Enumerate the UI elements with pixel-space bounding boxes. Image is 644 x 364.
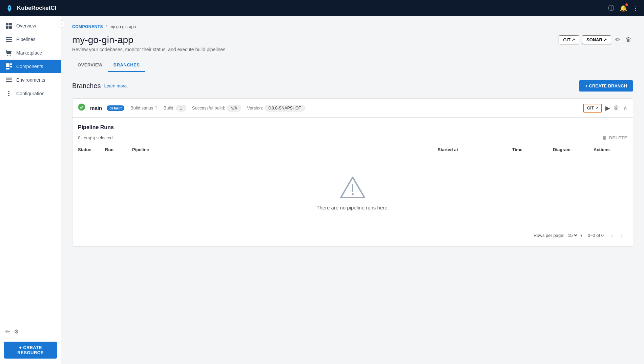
- content-area: COMPONENTS / my-go-gin-app my-go-gin-app…: [61, 16, 644, 364]
- create-branch-button[interactable]: + CREATE BRANCH: [579, 80, 633, 92]
- sidebar-item-pipelines[interactable]: Pipelines: [0, 33, 61, 46]
- col-time: Time: [512, 147, 553, 152]
- svg-rect-3: [6, 26, 8, 29]
- external-link-icon-sonar: ↗: [604, 38, 607, 42]
- git-branch-label: GIT: [587, 106, 594, 110]
- svg-rect-2: [9, 23, 12, 25]
- learn-more-link[interactable]: Learn more.: [104, 83, 128, 88]
- edit-button[interactable]: ✏: [614, 35, 622, 45]
- delete-label: DELETE: [609, 135, 627, 140]
- branch-name: main: [90, 105, 102, 111]
- prev-page-button[interactable]: ‹: [609, 231, 615, 240]
- notification-icon[interactable]: 🔔: [620, 4, 627, 12]
- svg-rect-4: [9, 26, 12, 29]
- top-nav: KubeRocketCI ⓘ 🔔 ⋮: [0, 0, 644, 16]
- col-pipeline: Pipeline: [132, 147, 438, 152]
- pagination-info: 0–0 of 0: [588, 233, 604, 238]
- create-resource-label: + CREATE RESOURCE: [9, 345, 52, 355]
- next-page-button[interactable]: ›: [619, 231, 625, 240]
- git-branch-button[interactable]: GIT ↗: [583, 104, 602, 113]
- sidebar-item-environments[interactable]: Environments: [0, 73, 61, 87]
- sidebar-label-pipelines: Pipelines: [16, 37, 36, 42]
- svg-rect-16: [6, 81, 12, 82]
- notification-dot: [625, 3, 628, 6]
- table-empty-state: There are no pipeline runs here.: [78, 155, 627, 224]
- table-header: Status Run Pipeline Started at Time Diag…: [78, 144, 627, 155]
- create-branch-label: + CREATE BRANCH: [585, 83, 627, 88]
- warning-triangle-icon: [339, 176, 366, 199]
- delete-button[interactable]: 🗑: [624, 35, 633, 45]
- external-link-icon-branch-git: ↗: [595, 106, 598, 110]
- run-pipeline-icon[interactable]: ▶: [605, 104, 610, 112]
- breadcrumb-current: my-go-gin-app: [109, 24, 136, 29]
- content-inner: COMPONENTS / my-go-gin-app my-go-gin-app…: [61, 16, 644, 255]
- edit-bottom-icon[interactable]: ✏: [5, 328, 10, 335]
- sidebar-bottom: ✏ ⚙: [0, 324, 61, 339]
- sonar-label: SONAR: [586, 37, 602, 42]
- branches-title: Branches: [72, 82, 101, 90]
- svg-point-19: [352, 193, 354, 195]
- empty-message: There are no pipeline runs here.: [316, 205, 389, 210]
- svg-rect-1: [6, 23, 8, 25]
- build-item: Build: 1: [164, 105, 186, 112]
- delete-trash-icon: 🗑: [602, 135, 607, 140]
- version-value: 0.0.0-SNAPSHOT: [265, 105, 305, 112]
- items-selected: 0 item(s) selected: [78, 135, 113, 140]
- svg-rect-14: [6, 78, 12, 79]
- tabs: OVERVIEW BRANCHES: [72, 59, 633, 72]
- page-subtitle: Review your codebases, monitor their sta…: [72, 47, 633, 52]
- build-status-help-icon[interactable]: ?: [155, 105, 157, 110]
- sidebar-label-overview: Overview: [16, 23, 36, 28]
- menu-icon[interactable]: ⋮: [632, 4, 639, 12]
- branch-card: main default Build status ? Build: 1: [72, 98, 633, 247]
- branches-section-header: Branches Learn more. + CREATE BRANCH: [72, 80, 633, 92]
- nav-right: ⓘ 🔔 ⋮: [608, 4, 639, 12]
- pagination-controls: ‹ ›: [609, 231, 625, 240]
- sidebar-label-configuration: Configuration: [16, 91, 44, 96]
- svg-point-8: [7, 55, 8, 56]
- rows-per-page-select[interactable]: 15 25 50: [566, 232, 578, 238]
- col-run: Run: [105, 147, 132, 152]
- breadcrumb-link[interactable]: COMPONENTS: [72, 24, 103, 29]
- table-footer: Rows per page: 15 25 50 ▾ 0–0 of 0 ‹ ›: [78, 227, 627, 241]
- svg-point-9: [10, 55, 11, 56]
- delete-branch-icon[interactable]: 🗑: [614, 104, 620, 112]
- svg-rect-11: [10, 63, 12, 65]
- svg-rect-5: [6, 37, 12, 38]
- sidebar-item-overview[interactable]: Overview: [0, 19, 61, 33]
- build-label: Build:: [164, 105, 175, 110]
- git-label: GIT: [563, 37, 570, 42]
- svg-point-17: [78, 104, 85, 110]
- svg-rect-12: [10, 66, 12, 67]
- tab-branches[interactable]: BRANCHES: [108, 59, 145, 72]
- sidebar-label-components: Components: [16, 64, 43, 69]
- section-title-group: Branches Learn more.: [72, 82, 128, 90]
- tab-overview[interactable]: OVERVIEW: [72, 59, 108, 72]
- sidebar-label-environments: Environments: [16, 77, 45, 83]
- expand-branch-icon[interactable]: ∧: [623, 104, 627, 112]
- sidebar-item-marketplace[interactable]: Marketplace: [0, 46, 61, 60]
- pipeline-runs-title: Pipeline Runs: [78, 124, 627, 130]
- external-link-icon-git: ↗: [572, 38, 575, 42]
- pipeline-toolbar: 0 item(s) selected 🗑 DELETE: [78, 135, 627, 140]
- info-icon[interactable]: ⓘ: [608, 4, 614, 12]
- sidebar-item-configuration[interactable]: Configuration: [0, 87, 61, 100]
- git-button[interactable]: GIT ↗: [559, 35, 579, 44]
- svg-rect-10: [6, 63, 9, 67]
- create-resource-button[interactable]: + CREATE RESOURCE: [4, 342, 57, 359]
- breadcrumb: COMPONENTS / my-go-gin-app: [72, 24, 633, 29]
- settings-bottom-icon[interactable]: ⚙: [14, 328, 19, 335]
- sidebar-toggle[interactable]: ‹: [58, 20, 65, 28]
- sonar-button[interactable]: SONAR ↗: [582, 35, 611, 44]
- branch-status-icon: [78, 103, 85, 113]
- delete-runs-button[interactable]: 🗑 DELETE: [602, 135, 627, 140]
- page-actions: GIT ↗ SONAR ↗ ✏ 🗑: [559, 35, 633, 45]
- col-actions: Actions: [594, 147, 627, 152]
- chevron-down-icon: ▾: [580, 233, 582, 238]
- page-header: my-go-gin-app GIT ↗ SONAR ↗ ✏ 🗑: [72, 35, 633, 45]
- sidebar-item-components[interactable]: Components: [0, 60, 61, 73]
- main-layout: ‹ Overview Pipelines Marketplace: [0, 16, 644, 364]
- pipeline-runs-section: Pipeline Runs 0 item(s) selected 🗑 DELET…: [72, 117, 633, 246]
- version-label: Version:: [247, 105, 263, 110]
- components-icon: [5, 63, 12, 70]
